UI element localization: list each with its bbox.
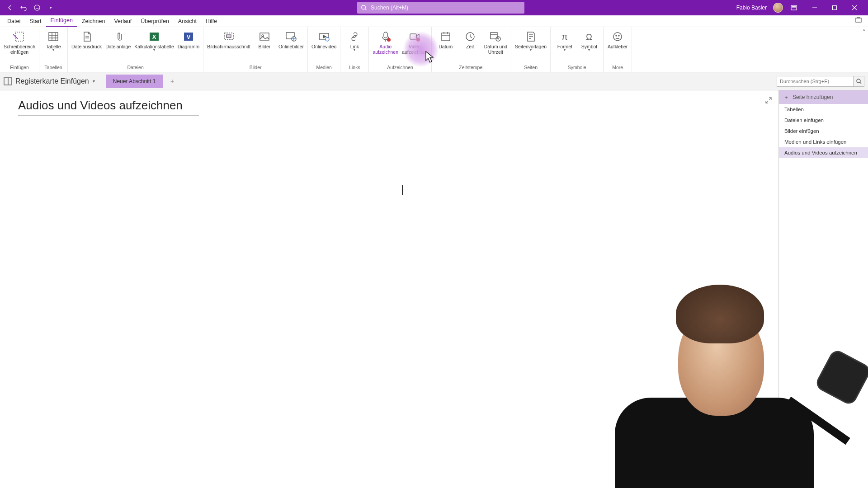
ribbon-group-aufzeichnen: Audio aufzeichnenVideo aufzeichnenAufzei…	[369, 27, 431, 72]
notebook-dropdown-icon[interactable]: ▾	[93, 79, 95, 84]
undo-icon[interactable]	[19, 3, 28, 12]
chevron-down-icon: ▾	[52, 49, 54, 52]
page-list-item[interactable]: Bilder einfügen	[779, 126, 868, 136]
svg-text:π: π	[561, 32, 568, 42]
svg-rect-3	[792, 6, 796, 7]
title-bar: ▾ Audios und Videos aufzeichnen – OneNot…	[0, 0, 868, 15]
pi-icon: π	[557, 30, 572, 43]
back-icon[interactable]	[5, 3, 14, 12]
ribbon-video-aufzeichnen[interactable]: Video aufzeichnen	[400, 29, 429, 56]
close-button[interactable]	[844, 0, 864, 15]
ribbon-datum[interactable]: Datum	[434, 29, 458, 50]
chevron-down-icon: ▾	[588, 49, 590, 52]
menu-start[interactable]: Start	[25, 16, 46, 27]
ribbon-formel[interactable]: πFormel▾	[552, 29, 577, 52]
notebook-nav: Registerkarte Einfügen ▾ Neuer Abschnitt…	[0, 72, 868, 90]
ribbon-tabelle[interactable]: Tabelle▾	[41, 29, 66, 52]
ribbon-dateiausdruck[interactable]: Dateiausdruck	[70, 29, 104, 50]
ribbon-group-zeitstempel: DatumZeitDatum und UhrzeitZeitstempel	[432, 27, 511, 72]
menu-datei[interactable]: Datei	[3, 16, 25, 27]
svg-point-50	[857, 79, 860, 83]
add-page-button[interactable]: ＋ Seite hinzufügen	[779, 90, 868, 104]
ribbon-label: Dateianlage	[105, 44, 131, 49]
svg-rect-23	[226, 35, 231, 38]
page-search-input[interactable]	[777, 76, 854, 87]
ribbon-group-bilder: BildschirmausschnittBilderOnlinebilderBi…	[203, 27, 308, 72]
ribbon-label: Diagramm	[178, 44, 199, 49]
menu-hilfe[interactable]: Hilfe	[201, 16, 222, 27]
svg-rect-30	[384, 32, 387, 38]
ribbon-link[interactable]: Link▾	[342, 29, 367, 52]
ribbon-datum-uhrzeit[interactable]: Datum und Uhrzeit	[482, 29, 509, 56]
svg-rect-9	[15, 32, 24, 41]
ribbon-zeit[interactable]: Zeit	[458, 29, 482, 50]
emoji-icon[interactable]	[33, 3, 42, 12]
ribbon-label: Aufkleber	[608, 44, 627, 49]
page-list-item[interactable]: Dateien einfügen	[779, 115, 868, 126]
ribbon-group-label: Links	[349, 64, 360, 72]
ribbon-label: Datum und Uhrzeit	[484, 44, 507, 55]
ribbon-group-label: Bilder	[250, 64, 262, 72]
ribbon-diagramm[interactable]: VDiagramm	[176, 29, 201, 50]
svg-point-0	[34, 5, 40, 10]
minimize-button[interactable]	[805, 0, 825, 15]
page-list-item[interactable]: Audios und Videos aufzeichnen	[779, 147, 868, 158]
notebook-icon[interactable]	[4, 77, 12, 85]
ribbon-onlinebilder[interactable]: Onlinebilder	[277, 29, 306, 50]
menu-überprüfen[interactable]: Überprüfen	[136, 16, 174, 27]
page-canvas[interactable]	[0, 90, 778, 488]
svg-text:X: X	[152, 33, 156, 40]
qat-dropdown-icon[interactable]: ▾	[46, 3, 55, 12]
ribbon-label: Schreibbereich einfügen	[4, 44, 35, 55]
maximize-button[interactable]	[825, 0, 844, 15]
notebook-title[interactable]: Registerkarte Einfügen	[15, 77, 89, 85]
ribbon-label: Onlinebilder	[278, 44, 304, 49]
page-template-icon	[523, 30, 538, 43]
ribbon-dateianlage[interactable]: Dateianlage	[104, 29, 132, 50]
cursor-text-icon	[12, 30, 27, 43]
page-list-item[interactable]: Tabellen	[779, 104, 868, 115]
svg-point-47	[613, 33, 622, 41]
expand-icon[interactable]	[765, 97, 772, 106]
page-search-button[interactable]	[854, 76, 864, 87]
menu-ansicht[interactable]: Ansicht	[174, 16, 201, 27]
user-name[interactable]: Fabio Basler	[736, 5, 767, 11]
menu-zeichnen[interactable]: Zeichnen	[77, 16, 109, 27]
share-icon[interactable]	[852, 15, 865, 27]
omega-icon: Ω	[581, 30, 597, 43]
ribbon-schreibbereich[interactable]: Schreibbereich einfügen	[2, 29, 37, 56]
menu-verlauf[interactable]: Verlauf	[109, 16, 136, 27]
svg-rect-24	[260, 33, 269, 40]
global-search[interactable]	[357, 2, 524, 14]
page-pane: ＋ Seite hinzufügen TabellenDateien einfü…	[778, 90, 868, 488]
visio-icon: V	[181, 30, 196, 43]
search-input[interactable]	[371, 5, 521, 11]
section-tab[interactable]: Neuer Abschnitt 1	[106, 75, 163, 88]
add-section-button[interactable]: ＋	[167, 76, 178, 87]
grid-icon	[46, 30, 61, 43]
avatar[interactable]	[773, 3, 783, 13]
ribbon-label: Datum	[439, 44, 453, 49]
ribbon-aufkleber[interactable]: Aufkleber	[605, 29, 630, 50]
page-title-input[interactable]	[18, 99, 199, 113]
chevron-down-icon: ▾	[564, 49, 566, 52]
ribbon-group-label: Zeitstempel	[459, 64, 483, 72]
image-icon	[257, 30, 272, 43]
mic-record-icon	[378, 30, 393, 43]
ribbon-bildschirmausschnitt[interactable]: Bildschirmausschnitt	[205, 29, 252, 50]
ribbon-onlinevideo[interactable]: Onlinevideo	[310, 29, 338, 50]
calendar-icon	[438, 30, 453, 43]
ribbon-seitenvorlagen[interactable]: Seitenvorlagen▾	[513, 29, 548, 52]
chevron-down-icon: ▾	[354, 49, 355, 52]
ribbon-group-more: AufkleberMore	[604, 27, 632, 72]
ribbon-label: Bildschirmausschnitt	[207, 44, 250, 49]
menu-einfügen[interactable]: Einfügen	[46, 15, 77, 27]
svg-point-1	[362, 5, 366, 9]
page-list-item[interactable]: Medien und Links einfügen	[779, 136, 868, 147]
collapse-ribbon-icon[interactable]: ˄	[863, 29, 865, 35]
ribbon-audio-aufzeichnen[interactable]: Audio aufzeichnen	[371, 29, 400, 56]
ribbon-kalkulationstabelle[interactable]: XKalkulationstabelle▾	[132, 29, 176, 52]
ribbon-symbol[interactable]: ΩSymbol▾	[577, 29, 601, 52]
ribbon-bilder[interactable]: Bilder	[252, 29, 277, 50]
ribbon-display-icon[interactable]	[789, 3, 798, 12]
